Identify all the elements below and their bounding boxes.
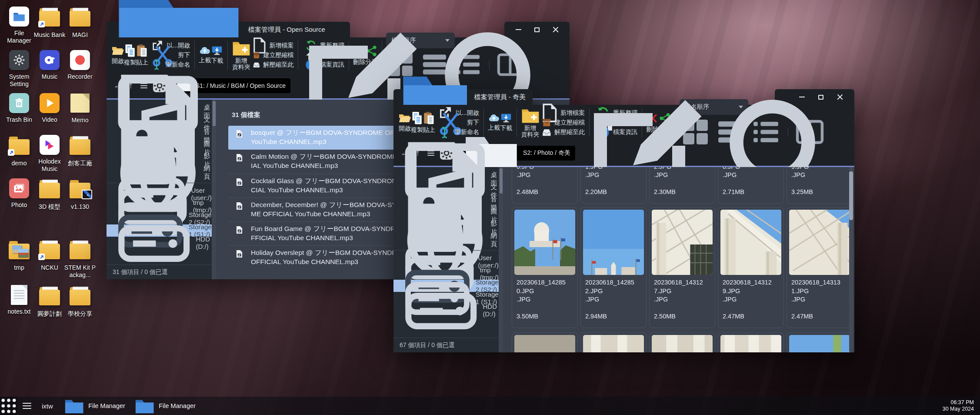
photo-thumbnail: [720, 210, 781, 275]
desktop-icon-holodex-music[interactable]: Holodex Music: [33, 134, 66, 173]
taskbar-menu-button[interactable]: [23, 403, 31, 409]
extract-icon: [253, 62, 260, 68]
play-icon: [40, 93, 60, 113]
sidebar-scrollbar[interactable]: [499, 167, 503, 352]
desktop-icon-music-bank[interactable]: Music Bank: [33, 6, 66, 39]
open-button[interactable]: 開啟: [112, 46, 124, 65]
photo-cell[interactable]: 20230618_143129.JPG.JPG 2.47MB: [718, 207, 784, 328]
desktop-icon-trash-bin[interactable]: Trash Bin: [3, 93, 36, 124]
taskbar: ixtw File Manager File Manager 06:37 PM …: [0, 397, 980, 415]
folder-shortcut-icon: [39, 241, 60, 259]
desktop-icon-demo[interactable]: demo: [3, 134, 36, 167]
extract-here-button[interactable]: 解壓縮至此: [253, 61, 294, 69]
create-archive-button[interactable]: 建立壓縮檔: [253, 51, 294, 59]
photo-cell[interactable]: [718, 332, 784, 352]
photo-cell[interactable]: 0.JPG.JPG 2.48MB: [512, 167, 578, 204]
desktop-icon-3d-models[interactable]: 3D 模型: [33, 178, 66, 211]
rename-icon: [438, 126, 451, 139]
file-manager-icon: [135, 398, 154, 414]
grid-scrollbar-thumb[interactable]: [849, 171, 853, 220]
desktop-icon-maker-factory[interactable]: 創客工廠: [63, 134, 97, 167]
sidebar-item-hdd-drive[interactable]: HDD (D:/): [393, 304, 499, 316]
photo-cell[interactable]: 1.JPG.JPG 2.20MB: [580, 167, 647, 204]
desktop-icon-notes-txt[interactable]: notes.txt: [3, 285, 36, 315]
cloud-upload-icon: [488, 114, 500, 123]
upload-button[interactable]: 上載: [488, 114, 500, 132]
desktop-icon-label: File Manager: [3, 30, 36, 44]
download-button[interactable]: 下載: [500, 113, 512, 132]
file-manager-window-chimei: 檔案管理員 - 奇美 開啟 複製 貼上 以...開啟 剪下 重新命名 上載 下載…: [393, 89, 854, 352]
download-icon: [500, 113, 512, 123]
desktop-icon-recorder[interactable]: Recorder: [63, 50, 97, 80]
upload-button[interactable]: 上載: [199, 46, 211, 64]
desktop-icon-school-share[interactable]: 學校分享: [63, 285, 97, 318]
desktop-icon-video[interactable]: Video: [33, 93, 66, 124]
titlebar-tab[interactable]: 檔案管理員 - 奇美: [393, 89, 533, 105]
drives-list: User (user:/) tmp (tmp:/) Storage 2 (S2:…: [393, 255, 499, 316]
desktop-icon-stem-kit[interactable]: STEM Kit Packag...: [63, 239, 97, 279]
photo-cell[interactable]: [580, 332, 647, 352]
photo-thumbnail: [514, 210, 575, 275]
photo-grid-pane: 0.JPG.JPG 2.48MB 1.JPG.JPG 2.20MB 2.JPG.…: [503, 167, 854, 352]
desktop-icon-tmp[interactable]: tmp: [3, 239, 36, 271]
rename-button[interactable]: 重新命名: [151, 61, 190, 69]
open-button[interactable]: 開啟: [399, 113, 411, 133]
paste-button[interactable]: 貼上: [423, 111, 435, 134]
file-count-header: 31 個檔案: [232, 111, 260, 119]
desktop-icon-label: MAGI: [63, 31, 97, 39]
cloud-upload-icon: [199, 46, 211, 55]
photo-cell[interactable]: 9.JPG.JPG 3.25MB: [787, 167, 853, 204]
trash-icon: [9, 93, 29, 113]
new-file-button[interactable]: 新增檔案: [253, 42, 294, 50]
photo-thumbnail: [583, 210, 644, 275]
desktop-icon-label: notes.txt: [3, 308, 36, 315]
desktop-icon-photo[interactable]: Photo: [3, 178, 36, 209]
task-button-file-manager-2[interactable]: File Manager: [135, 398, 196, 414]
desktop-icon-v1130[interactable]: v1.130: [63, 178, 97, 211]
photo-cell[interactable]: 20230618_143127.JPG.JPG 2.50MB: [649, 207, 715, 328]
new-folder-button[interactable]: 新增資料夾: [232, 40, 250, 70]
status-bar: 67 個項目 / 0 個已選: [393, 338, 499, 352]
desktop-icon-dream-plan[interactable]: 圓夢計劃: [33, 285, 66, 318]
app-launcher-button[interactable]: [0, 397, 17, 415]
photo-cell[interactable]: [787, 332, 853, 352]
photo-cell[interactable]: 2.JPG.JPG 2.30MB: [649, 167, 715, 204]
paste-button[interactable]: 貼上: [136, 44, 148, 67]
desktop-icon-ncku[interactable]: NCKU: [33, 239, 66, 271]
download-icon: [211, 46, 223, 56]
copy-button[interactable]: 複製: [411, 111, 423, 134]
new-file-button[interactable]: 新增檔案: [542, 109, 585, 117]
file-manager-icon: [64, 398, 84, 414]
cut-button[interactable]: 剪下: [151, 51, 190, 59]
photo-cell[interactable]: 8.JPG.JPG 2.71MB: [718, 167, 784, 204]
photo-cell[interactable]: [512, 332, 578, 352]
taskbar-clock[interactable]: 06:37 PM 30 May 2024: [943, 399, 980, 412]
desktop-icon-magi[interactable]: MAGI: [63, 6, 97, 39]
copy-button[interactable]: 複製: [124, 44, 136, 67]
photo-cell[interactable]: 20230618_142850.JPG.JPG 3.50MB: [512, 207, 578, 328]
paste-icon: [423, 111, 435, 125]
new-folder-button[interactable]: 新增資料夾: [521, 107, 540, 138]
desktop-icon-music[interactable]: Music: [33, 50, 66, 80]
photo-cell[interactable]: 20230618_143131.JPG.JPG 2.47MB: [787, 207, 853, 328]
sidebar-scrollbar[interactable]: [212, 100, 216, 279]
desktop-icon-label: Music Bank: [33, 31, 66, 39]
extract-here-button[interactable]: 解壓縮至此: [542, 128, 585, 136]
photo-cell[interactable]: [649, 332, 715, 352]
desktop-icon-label: v1.130: [63, 203, 97, 211]
create-archive-button[interactable]: 建立壓縮檔: [542, 119, 585, 127]
desktop-icon-label: Photo: [3, 201, 36, 209]
archive-icon: [253, 52, 260, 59]
new-folder-icon: [232, 40, 250, 56]
desktop-icon-file-manager[interactable]: File Manager: [3, 6, 36, 44]
sidebar: 桌面 文件 音樂 圖片 影片 網頁 User (user:/) tmp (tmp…: [393, 167, 499, 352]
sidebar: 桌面 文件 音樂 圖片 影片 網頁 User (user:/) tmp (tmp…: [107, 100, 212, 279]
task-button-file-manager-1[interactable]: File Manager: [64, 398, 125, 414]
desktop-icon-system-setting[interactable]: System Setting: [3, 50, 36, 88]
clock-time: 06:37 PM: [943, 399, 974, 406]
sidebar-item-hdd-drive[interactable]: HDD (D:/): [107, 237, 212, 249]
desktop-icon-memo[interactable]: Memo: [63, 93, 97, 124]
folder-photos-icon: [9, 241, 30, 259]
download-button[interactable]: 下載: [211, 46, 223, 65]
photo-cell[interactable]: 20230618_142852.JPG.JPG 2.94MB: [580, 207, 647, 328]
